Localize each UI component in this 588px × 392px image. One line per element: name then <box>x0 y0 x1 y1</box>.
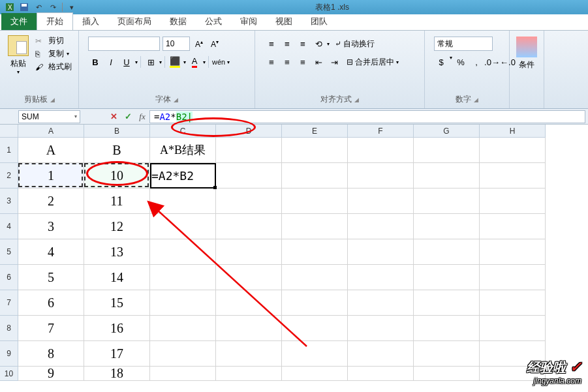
col-header-C[interactable]: C <box>150 125 216 138</box>
col-header-H[interactable]: H <box>480 125 546 138</box>
cell-F7[interactable] <box>348 290 414 316</box>
cell-E8[interactable] <box>282 316 348 341</box>
cell-C5[interactable] <box>150 239 216 265</box>
select-all-corner[interactable] <box>0 125 18 138</box>
cell-G3[interactable] <box>414 188 480 214</box>
name-box[interactable]: SUM▾ <box>18 110 80 123</box>
cell-C10[interactable] <box>150 367 216 381</box>
cell-D5[interactable] <box>216 239 282 265</box>
cell-H5[interactable] <box>480 239 546 265</box>
cell-B4[interactable]: 12 <box>84 214 150 239</box>
undo-icon[interactable]: ↶ <box>33 2 44 12</box>
cell-G10[interactable] <box>414 367 480 381</box>
cell-E5[interactable] <box>282 239 348 265</box>
cell-B3[interactable]: 11 <box>84 188 150 214</box>
tab-home[interactable]: 开始 <box>37 12 73 30</box>
italic-button[interactable]: I <box>104 55 118 69</box>
cell-G7[interactable] <box>414 290 480 316</box>
row-header-2[interactable]: 2 <box>0 163 18 188</box>
cell-A8[interactable]: 7 <box>18 316 84 341</box>
tab-formula[interactable]: 公式 <box>196 13 231 30</box>
cell-F5[interactable] <box>348 239 414 265</box>
cell-H1[interactable] <box>480 138 546 163</box>
orientation-button[interactable]: ⟲ <box>311 37 326 51</box>
cell-B10[interactable]: 18 <box>84 367 150 381</box>
bold-button[interactable]: B <box>88 55 102 69</box>
cell-D7[interactable] <box>216 290 282 316</box>
row-header-3[interactable]: 3 <box>0 188 18 214</box>
wrap-text-button[interactable]: ⤶自动换行 <box>331 37 379 51</box>
cell-E6[interactable] <box>282 265 348 290</box>
chevron-down-icon[interactable]: ▾ <box>450 55 452 69</box>
increase-font-button[interactable]: A▴ <box>193 37 206 51</box>
cell-F6[interactable] <box>348 265 414 290</box>
tab-data[interactable]: 数据 <box>161 13 196 30</box>
chevron-down-icon[interactable]: ▾ <box>159 59 162 65</box>
chevron-down-icon[interactable]: ▾ <box>327 41 330 47</box>
launcher-icon[interactable]: ◢ <box>354 97 359 103</box>
format-painter-button[interactable]: 🖌格式刷 <box>35 61 72 72</box>
cell-F4[interactable] <box>348 214 414 239</box>
cell-D10[interactable] <box>216 367 282 381</box>
cell-D3[interactable] <box>216 188 282 214</box>
launcher-icon[interactable]: ◢ <box>50 97 55 103</box>
row-header-9[interactable]: 9 <box>0 341 18 367</box>
tab-insert[interactable]: 插入 <box>73 13 108 30</box>
cell-D6[interactable] <box>216 265 282 290</box>
chevron-down-icon[interactable]: ▾ <box>135 59 138 65</box>
center-align-button[interactable]: ≡ <box>280 55 294 69</box>
col-header-F[interactable]: F <box>348 125 414 138</box>
cell-G5[interactable] <box>414 239 480 265</box>
cell-C9[interactable] <box>150 341 216 367</box>
fx-button[interactable]: fx <box>135 110 149 123</box>
cell-G6[interactable] <box>414 265 480 290</box>
cell-B9[interactable]: 17 <box>84 341 150 367</box>
cell-C7[interactable] <box>150 290 216 316</box>
col-header-E[interactable]: E <box>282 125 348 138</box>
font-color-button[interactable]: A <box>187 55 202 69</box>
qat-customize-icon[interactable]: ▾ <box>67 2 77 12</box>
cell-H10[interactable] <box>480 367 546 381</box>
cell-C2[interactable]: =A2*B2 <box>150 163 216 188</box>
cut-button[interactable]: ✂剪切 <box>35 35 72 46</box>
row-header-4[interactable]: 4 <box>0 214 18 239</box>
cell-F8[interactable] <box>348 316 414 341</box>
row-header-6[interactable]: 6 <box>0 265 18 290</box>
cell-G8[interactable] <box>414 316 480 341</box>
cell-E2[interactable] <box>282 163 348 188</box>
cell-E3[interactable] <box>282 188 348 214</box>
tab-file[interactable]: 文件 <box>1 13 37 30</box>
chevron-down-icon[interactable]: ▾ <box>227 59 230 65</box>
cell-E7[interactable] <box>282 290 348 316</box>
tab-layout[interactable]: 页面布局 <box>108 13 161 30</box>
font-family-select[interactable] <box>88 37 160 51</box>
redo-icon[interactable]: ↷ <box>48 2 58 12</box>
row-header-8[interactable]: 8 <box>0 316 18 341</box>
cell-F3[interactable] <box>348 188 414 214</box>
tab-review[interactable]: 审阅 <box>231 13 266 30</box>
cell-D2[interactable] <box>216 163 282 188</box>
cell-B5[interactable]: 13 <box>84 239 150 265</box>
cell-A9[interactable]: 8 <box>18 341 84 367</box>
conditional-format-button[interactable]: 条件 <box>514 33 540 74</box>
row-header-7[interactable]: 7 <box>0 290 18 316</box>
top-align-button[interactable]: ≡ <box>264 37 279 51</box>
chevron-down-icon[interactable]: ▾ <box>183 59 186 65</box>
currency-button[interactable]: $ <box>434 55 448 69</box>
col-header-D[interactable]: D <box>216 125 282 138</box>
left-align-button[interactable]: ≡ <box>264 55 279 69</box>
cell-H3[interactable] <box>480 188 546 214</box>
phonetic-button[interactable]: wén <box>211 55 226 69</box>
cell-A3[interactable]: 2 <box>18 188 84 214</box>
cell-D4[interactable] <box>216 214 282 239</box>
col-header-G[interactable]: G <box>414 125 480 138</box>
font-size-select[interactable] <box>162 37 190 51</box>
cell-E1[interactable] <box>282 138 348 163</box>
cancel-button[interactable]: ✕ <box>106 110 121 123</box>
cell-A10[interactable]: 9 <box>18 367 84 381</box>
copy-button[interactable]: ⎘复制▾ <box>35 48 72 59</box>
cell-B1[interactable]: B <box>84 138 150 163</box>
cell-H4[interactable] <box>480 214 546 239</box>
tab-view[interactable]: 视图 <box>266 13 302 30</box>
cell-F9[interactable] <box>348 341 414 367</box>
